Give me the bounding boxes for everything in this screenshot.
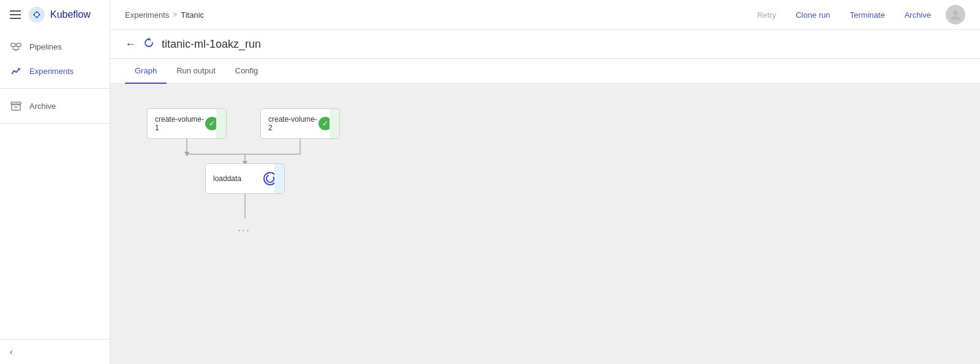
- sidebar-item-experiments[interactable]: Experiments: [0, 59, 110, 83]
- chevron-left-icon: ‹: [10, 347, 13, 357]
- topbar: Experiments > Titanic Retry Clone run Te…: [110, 0, 980, 30]
- svg-point-8: [13, 70, 15, 72]
- sidebar-divider-1: [0, 88, 110, 89]
- hamburger-button[interactable]: [10, 10, 21, 19]
- node-create-volume-2-indicator: [330, 109, 339, 138]
- node-create-volume-2-label: create-volume-2: [268, 115, 318, 132]
- back-button[interactable]: ←: [125, 38, 136, 51]
- clone-run-button[interactable]: Clone run: [791, 8, 835, 22]
- node-loaddata[interactable]: loaddata: [205, 163, 285, 194]
- sidebar: Kubeflow Pipelines: [0, 0, 110, 364]
- sidebar-header: Kubeflow: [0, 0, 110, 29]
- pipeline-canvas: create-volume-1 ✓ create-volume-2 ✓ load…: [110, 84, 980, 364]
- user-avatar[interactable]: [946, 5, 965, 24]
- sidebar-item-experiments-label: Experiments: [29, 67, 74, 76]
- breadcrumb-separator: >: [173, 10, 177, 19]
- kubeflow-logo-icon: [28, 6, 45, 23]
- svg-rect-3: [17, 43, 21, 46]
- tab-graph[interactable]: Graph: [125, 59, 167, 84]
- breadcrumb-parent[interactable]: Experiments: [125, 10, 169, 20]
- breadcrumb-current: Titanic: [181, 10, 204, 20]
- sidebar-logo: Kubeflow: [28, 6, 91, 23]
- archive-icon: [10, 100, 22, 112]
- svg-point-1: [35, 13, 39, 17]
- refresh-icon: [143, 37, 154, 51]
- page-header: ← titanic-ml-1oakz_run: [110, 30, 980, 59]
- svg-rect-2: [11, 43, 15, 46]
- node-create-volume-1-indicator: [216, 109, 226, 138]
- breadcrumb: Experiments > Titanic: [125, 10, 204, 20]
- main-content: Experiments > Titanic Retry Clone run Te…: [110, 0, 980, 364]
- svg-point-12: [953, 10, 958, 15]
- node-create-volume-2[interactable]: create-volume-2 ✓: [260, 108, 340, 139]
- node-loaddata-label: loaddata: [213, 174, 263, 183]
- sidebar-collapse-button[interactable]: ‹: [0, 339, 110, 364]
- sidebar-item-archive[interactable]: Archive: [0, 94, 110, 118]
- page-title: titanic-ml-1oakz_run: [162, 38, 261, 51]
- sidebar-item-pipelines[interactable]: Pipelines: [0, 34, 110, 59]
- node-create-volume-1[interactable]: create-volume-1 ✓: [147, 108, 227, 139]
- sidebar-divider-2: [0, 123, 110, 124]
- terminate-button[interactable]: Terminate: [845, 8, 890, 22]
- sidebar-item-pipelines-label: Pipelines: [29, 42, 62, 51]
- app-name: Kubeflow: [50, 9, 91, 20]
- sidebar-nav: Pipelines Experiments Archive: [0, 29, 110, 128]
- tab-run-output[interactable]: Run output: [167, 59, 225, 84]
- pipeline-icon: [10, 40, 22, 53]
- svg-rect-10: [11, 102, 21, 105]
- sidebar-item-archive-label: Archive: [29, 102, 56, 111]
- graph-more-nodes-indicator: ...: [238, 221, 251, 234]
- topbar-actions: Retry Clone run Terminate Archive: [752, 5, 965, 24]
- svg-point-19: [265, 174, 275, 184]
- archive-button[interactable]: Archive: [900, 8, 936, 22]
- back-arrow-icon: ←: [125, 38, 136, 51]
- node-loaddata-indicator: [274, 164, 284, 193]
- experiments-icon: [10, 65, 22, 77]
- tab-config[interactable]: Config: [225, 59, 268, 84]
- graph-area: create-volume-1 ✓ create-volume-2 ✓ load…: [110, 84, 980, 364]
- node-create-volume-1-label: create-volume-1: [155, 115, 205, 132]
- retry-button[interactable]: Retry: [752, 8, 781, 22]
- refresh-button[interactable]: [143, 37, 154, 51]
- tabs-bar: Graph Run output Config: [110, 59, 980, 84]
